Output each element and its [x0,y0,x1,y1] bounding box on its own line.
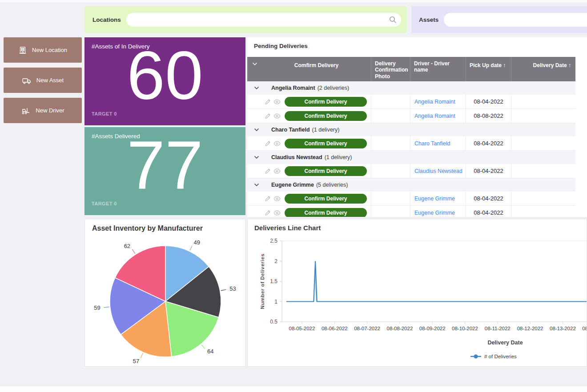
pie-label-connector [104,307,109,308]
driver-link[interactable]: Claudius Newstead [410,164,466,178]
locations-label: Locations [92,16,121,23]
new-location-label: New Location [32,47,67,53]
locations-search[interactable] [126,13,401,27]
driver-link[interactable]: Angelia Romaint [410,109,466,123]
delivery-photo-cell [371,95,410,108]
edit-icon[interactable] [265,140,271,147]
col-confirm-delivery[interactable]: Comfirm Delivery [261,57,371,81]
x-tick-label: 08-05-2022 [289,326,315,331]
y-axis-title: Number of Deliveries [260,253,265,309]
col-pickup-date[interactable]: Pick Up date ↑ [466,57,511,81]
view-icon[interactable] [273,113,281,119]
view-icon[interactable] [273,210,281,216]
assets-search[interactable] [444,13,587,27]
header-collapse-all[interactable] [247,57,261,81]
y-tick-label: 1 [274,299,277,305]
new-driver-button[interactable]: New Driver [4,98,82,123]
view-icon[interactable] [273,196,281,201]
pie-label-connector [132,249,135,254]
confirm-delivery-button[interactable]: Confirm Delivery [285,208,367,217]
edit-icon[interactable] [265,99,271,105]
delivery-date-cell [511,164,575,178]
driver-link[interactable]: Charo Tanfield [410,136,466,150]
group-row[interactable]: Charo Tanfield(1 delivery) [247,123,575,136]
y-tick-label: 0.5 [270,319,277,325]
delivery-row: Confirm DeliveryCharo Tanfield08-04-2022 [247,136,575,151]
group-driver-name: Eugene Grimme [271,182,314,188]
legend-label[interactable]: # of Deliveries [484,354,517,359]
group-row[interactable]: Angelia Romaint(2 deliveries) [247,81,575,95]
locations-filter-bar: Locations [84,6,407,33]
view-icon[interactable] [273,99,281,104]
pickup-date-cell: 08-08-2022 [466,109,511,123]
confirm-delivery-button[interactable]: Confirm Delivery [285,139,367,148]
assets-search-input[interactable] [450,13,587,27]
x-tick-label: 08-06-2022 [322,326,348,331]
edit-icon[interactable] [265,168,271,174]
group-delivery-count: (1 delivery) [325,154,352,160]
x-tick-label: 08-11-2022 [485,326,511,331]
confirm-delivery-button[interactable]: Confirm Delivery [285,194,367,204]
x-tick-label: 08-12-2022 [517,326,543,331]
asset-inventory-panel: Asset Inventory by Manufacturer 49536457… [84,219,245,367]
delivery-photo-cell [371,206,410,217]
y-tick-label: 2.5 [270,238,277,244]
delivery-photo-cell [371,164,410,178]
bottom-strip [0,386,587,392]
group-row[interactable]: Eugene Grimme(5 deliveries) [247,178,575,192]
legend-marker [474,355,478,359]
forklift-icon [21,106,31,115]
chevron-down-icon [252,62,257,66]
delivery-photo-cell [371,109,410,123]
driver-link[interactable]: Eugene Grimme [410,192,466,205]
pie-label-connector [221,290,226,291]
col-driver-name[interactable]: Driver - Driver name [410,57,466,81]
assets-label: Assets [419,16,438,23]
delivery-photo-cell [371,192,410,205]
view-icon[interactable] [273,141,281,146]
dashboard: Locations Assets New Location New Asset … [0,0,587,392]
top-strip [0,0,587,2]
view-icon[interactable] [273,168,281,174]
edit-icon[interactable] [265,113,271,119]
x-tick-label: 08-14-2022 [582,326,587,331]
delivery-date-cell [511,206,575,217]
group-delivery-count: (1 delivery) [312,127,340,133]
pickup-date-cell: 08-04-2022 [466,164,511,178]
confirm-delivery-button[interactable]: Confirm Delivery [285,166,367,176]
kpi-value: 60 [84,40,245,111]
confirm-delivery-button[interactable]: Confirm Delivery [285,97,367,107]
group-driver-name: Claudius Newstead [271,154,322,160]
chevron-down-icon [254,183,259,187]
driver-link[interactable]: Eugene Grimme [410,206,466,217]
new-asset-button[interactable]: New Asset [4,68,82,93]
search-icon [389,16,397,24]
col-delivery-confirmation-photo[interactable]: Delivery Confirmation Photo [371,57,410,81]
kpi-target: TARGET 0 [92,111,117,116]
pie-label: 64 [207,348,213,355]
group-row[interactable]: Claudius Newstead(1 delivery) [247,151,575,164]
edit-icon[interactable] [265,196,271,202]
pickup-date-cell: 08-04-2022 [466,206,511,217]
locations-search-input[interactable] [133,13,353,27]
deliveries-table: Comfirm Delivery Delivery Confirmation P… [247,57,575,217]
kpi-value: 77 [84,130,245,201]
deliveries-line [286,261,587,302]
delivery-date-cell [511,109,575,123]
group-delivery-count: (2 deliveries) [318,85,350,91]
x-tick-label: 08-07-2022 [354,326,380,331]
line-chart[interactable]: 0.511.522.508-05-202208-06-202208-07-202… [248,219,587,366]
pie-label-connector [141,353,143,358]
chevron-down-icon [254,86,259,90]
building-icon [18,46,27,55]
delivery-date-cell [511,136,575,150]
pie-label: 59 [94,304,100,311]
col-delivery-date[interactable]: Delivery Date ↑ [511,57,575,81]
edit-icon[interactable] [265,210,271,216]
new-location-button[interactable]: New Location [4,37,82,63]
x-tick-label: 08-13-2022 [550,326,576,331]
pie-chart[interactable]: 495364575962 [85,219,245,366]
truck-icon [22,76,32,85]
driver-link[interactable]: Angelia Romaint [410,95,466,108]
confirm-delivery-button[interactable]: Confirm Delivery [285,111,367,121]
